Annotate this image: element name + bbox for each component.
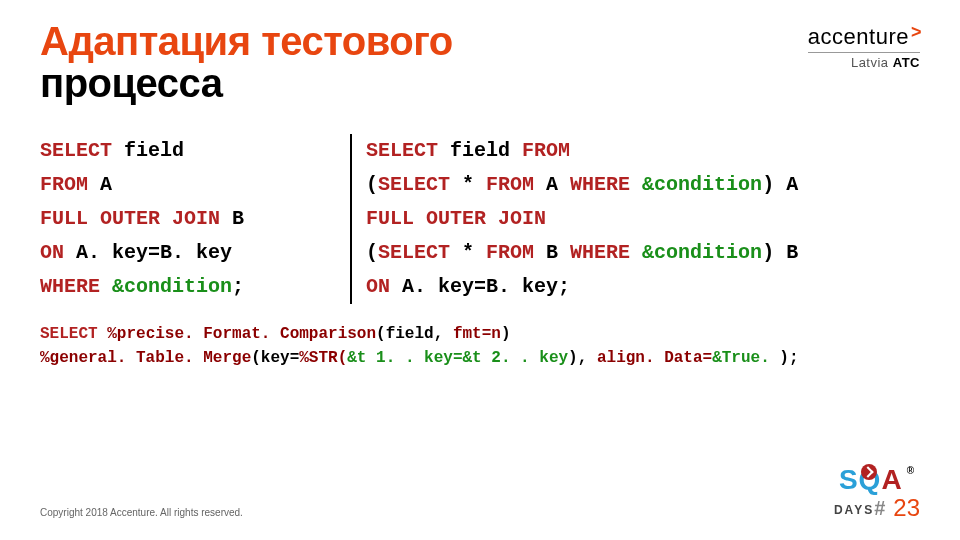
code-line: SELECT field FROM	[366, 134, 920, 168]
accenture-arrow-icon: >	[911, 22, 922, 42]
code-line: %general. Table. Merge(key=%STR(&t 1. . …	[40, 346, 920, 370]
code-comparison: SELECT field FROM A FULL OUTER JOIN B ON…	[40, 134, 920, 304]
sqa-logo-top: SQA®	[834, 466, 920, 494]
code-line: SELECT %precise. Format. Comparison(fiel…	[40, 322, 920, 346]
code-line: ON A. key=B. key;	[366, 270, 920, 304]
registered-icon: ®	[907, 465, 915, 476]
bug-badge-icon	[861, 464, 877, 480]
header: Адаптация тестового процесса accenture> …	[40, 20, 920, 104]
sqa-s: S	[839, 464, 859, 495]
sqa-q: Q	[859, 466, 882, 494]
copyright-footer: Copyright 2018 Accenture. All rights res…	[40, 507, 243, 518]
code-right-column: SELECT field FROM (SELECT * FROM A WHERE…	[350, 134, 920, 304]
code-line: FROM A	[40, 168, 340, 202]
accenture-text: accenture	[808, 24, 909, 49]
code-line: ON A. key=B. key	[40, 236, 340, 270]
code-line: (SELECT * FROM A WHERE &condition) A	[366, 168, 920, 202]
code-line: WHERE &condition;	[40, 270, 340, 304]
code-left-column: SELECT field FROM A FULL OUTER JOIN B ON…	[40, 134, 350, 304]
code-line: FULL OUTER JOIN	[366, 202, 920, 236]
title-line-1: Адаптация тестового	[40, 20, 453, 62]
code-line: SELECT field	[40, 134, 340, 168]
page-title: Адаптация тестового процесса	[40, 20, 453, 104]
latvia-text: Latvia	[851, 55, 889, 70]
sqa-logo-bottom: DAYS#23	[834, 494, 920, 522]
hash-icon: #	[874, 497, 887, 519]
title-line-2: процесса	[40, 62, 453, 104]
sqa-days-text: DAYS	[834, 503, 874, 517]
sqa-days-logo: SQA® DAYS#23	[834, 466, 920, 522]
atc-text: ATC	[893, 55, 920, 70]
code-line: FULL OUTER JOIN B	[40, 202, 340, 236]
code-line: (SELECT * FROM B WHERE &condition) B	[366, 236, 920, 270]
accenture-wordmark: accenture>	[808, 24, 920, 50]
sqa-number: 23	[893, 494, 920, 521]
accenture-logo: accenture> Latvia ATC	[808, 20, 920, 70]
slide: Адаптация тестового процесса accenture> …	[0, 0, 960, 540]
accenture-subbrand: Latvia ATC	[808, 52, 920, 70]
code-bottom-block: SELECT %precise. Format. Comparison(fiel…	[40, 322, 920, 370]
sqa-a: A	[881, 464, 902, 495]
